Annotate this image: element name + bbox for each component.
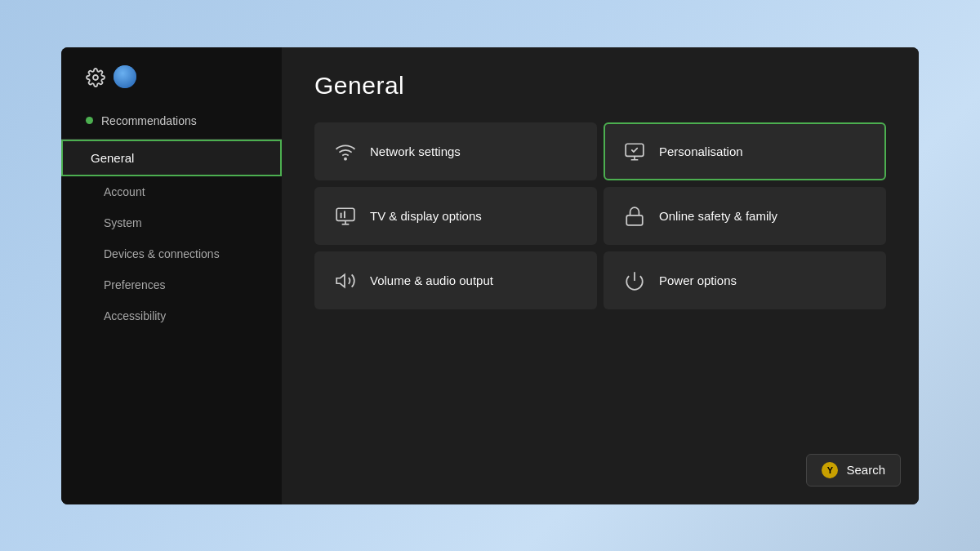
search-label: Search (846, 463, 885, 477)
gear-icon (86, 65, 105, 87)
grid-item-network[interactable]: Network settings (314, 122, 597, 180)
sidebar: Recommendations General Account System D… (61, 47, 282, 504)
online-safety-label: Online safety & family (659, 209, 777, 223)
recommendations-item[interactable]: Recommendations (61, 103, 282, 139)
account-label: Account (104, 185, 145, 198)
recommendations-label: Recommendations (101, 114, 197, 127)
y-button-label: Y (827, 465, 833, 475)
sidebar-item-general[interactable]: General (61, 140, 282, 176)
general-label: General (91, 151, 134, 165)
grid-item-power[interactable]: Power options (604, 251, 886, 309)
sidebar-item-accessibility[interactable]: Accessibility (61, 300, 282, 331)
grid-item-volume[interactable]: Volume & audio output (314, 251, 597, 309)
safety-icon (623, 205, 646, 227)
settings-grid: Network settings Personalisation (314, 122, 886, 310)
search-button[interactable]: Y Search (806, 454, 901, 487)
volume-label: Volume & audio output (370, 273, 493, 287)
main-content: General Network settings (282, 47, 919, 504)
sidebar-item-system[interactable]: System (61, 207, 282, 238)
grid-item-tv-display[interactable]: TV & display options (314, 187, 597, 245)
sidebar-item-preferences[interactable]: Preferences (61, 269, 282, 300)
page-title: General (314, 72, 886, 100)
grid-item-online-safety[interactable]: Online safety & family (604, 187, 886, 245)
personalisation-label: Personalisation (659, 144, 743, 158)
svg-point-1 (345, 158, 346, 159)
svg-marker-7 (336, 274, 345, 287)
grid-item-personalisation[interactable]: Personalisation (604, 122, 886, 180)
network-icon (334, 140, 357, 162)
power-icon (623, 269, 646, 291)
svg-point-0 (93, 75, 98, 80)
personalisation-icon (623, 140, 646, 162)
avatar (114, 65, 136, 88)
y-button-icon: Y (822, 462, 838, 478)
sidebar-header (61, 47, 282, 103)
online-indicator (86, 117, 93, 124)
svg-rect-6 (626, 216, 643, 225)
sidebar-item-account[interactable]: Account (61, 176, 282, 207)
network-label: Network settings (370, 144, 461, 158)
sidebar-item-devices[interactable]: Devices & connections (61, 238, 282, 269)
settings-window: Recommendations General Account System D… (61, 47, 919, 504)
system-label: System (104, 216, 142, 229)
devices-label: Devices & connections (104, 247, 220, 260)
svg-rect-3 (336, 208, 354, 220)
accessibility-label: Accessibility (104, 309, 166, 322)
volume-icon (334, 269, 357, 291)
tv-display-label: TV & display options (370, 209, 482, 223)
power-label: Power options (659, 273, 737, 287)
preferences-label: Preferences (104, 278, 165, 291)
tv-icon (334, 205, 357, 227)
